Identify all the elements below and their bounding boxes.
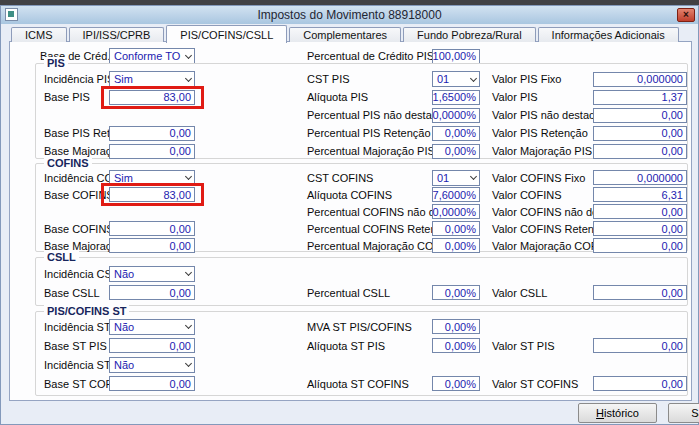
valor-pis-fixo-label: Valor PIS Fixo [492,73,593,85]
base-maj-pis-field[interactable]: 0,00 [109,144,195,159]
sair-button[interactable]: Sair [668,403,699,423]
valor-maj-pis-label: Valor Majoração PIS [492,145,593,157]
group-st-title: PIS/COFINS ST [44,305,129,317]
group-cofins-title: COFINS [44,157,92,169]
tab-ipi-iss-cprb[interactable]: IPI/ISS/CPRB [69,27,165,42]
cst-cofins-select[interactable]: 01 [432,170,480,186]
form-row: Incidência PIS Sim CST PIS 01 Valor PIS … [36,70,687,88]
aliquota-cofins-field[interactable]: 7,6000% [432,187,480,202]
perc-maj-cofins-field[interactable]: 0,00% [432,238,480,253]
base-cofins-field[interactable]: 83,00 [109,187,195,202]
incidencia-st-pis-label: Incidência ST PIS [44,321,109,333]
tab-complementares[interactable]: Complementares [289,27,401,42]
incidencia-csll-label: Incidência CSLL [44,268,109,280]
chevron-down-icon [185,74,192,81]
group-pis-cofins-st: PIS/COFINS ST Incidência ST PIS Não MVA … [35,311,688,396]
perc-pis-ret-field[interactable]: 0,00% [432,126,480,141]
valor-pis-fixo-field[interactable]: 0,000000 [593,72,687,87]
perc-maj-cofins-label: Percentual Majoração COFINS [307,240,432,252]
valor-cofins-fixo-label: Valor COFINS Fixo [492,172,593,184]
tab-pis-cofins-csll[interactable]: PIS/COFINS/CSLL [166,25,287,43]
group-cofins: COFINS Incidência COFINS Sim CST COFINS … [35,163,688,252]
perc-cred-field[interactable]: 100,00% [432,49,480,64]
valor-cofins-ret-field[interactable]: 0,00 [593,221,687,236]
base-cofins-ret-label: Base COFINS Retenção [44,223,109,235]
incidencia-csll-select[interactable]: Não [109,266,195,282]
valor-cofins-nd-label: Valor COFINS não destacado [492,206,593,218]
valor-cofins-fixo-field[interactable]: 0,000000 [593,170,687,185]
group-csll-title: CSLL [44,251,79,263]
aliquota-pis-label: Alíquota PIS [307,91,432,103]
cst-cofins-label: CST COFINS [307,172,432,184]
valor-maj-cofins-field[interactable]: 0,00 [593,238,687,253]
perc-cred-label: Percentual de Crédito PIS/COFINS [307,50,432,62]
base-maj-cofins-field[interactable]: 0,00 [109,238,195,253]
aliquota-st-cofins-label: Alíquota ST COFINS [307,378,432,390]
valor-pis-ret-label: Valor PIS Retenção [492,127,593,139]
valor-st-pis-field[interactable]: 0,00 [593,338,687,353]
form-row: Base PIS Retenção 0,00 Percentual PIS Re… [36,124,687,142]
valor-pis-ret-field[interactable]: 0,00 [593,126,687,141]
mva-st-field[interactable]: 0,00% [432,319,480,334]
base-cofins-ret-field[interactable]: 0,00 [109,221,195,236]
base-st-pis-field[interactable]: 0,00 [109,338,195,353]
base-pis-field[interactable]: 83,00 [109,90,195,105]
base-csll-field[interactable]: 0,00 [109,285,195,300]
tab-informacoes-adicionais[interactable]: Informações Adicionais [538,27,679,42]
valor-st-cofins-field[interactable]: 0,00 [593,376,687,391]
chevron-down-icon [185,51,192,58]
valor-cofins-label: Valor COFINS [492,189,593,201]
cst-pis-select[interactable]: 01 [432,71,480,87]
incidencia-pis-select[interactable]: Sim [109,71,195,87]
perc-maj-pis-label: Percentual Majoração PIS [307,145,432,157]
incidencia-st-pis-select[interactable]: Não [109,319,195,335]
perc-cofins-ret-field[interactable]: 0,00% [432,221,480,236]
valor-st-pis-label: Valor ST PIS [492,340,593,352]
base-st-cofins-field[interactable]: 0,00 [109,376,195,391]
incidencia-cofins-select[interactable]: Sim [109,170,195,186]
perc-pis-ret-label: Percentual PIS Retenção [307,127,432,139]
valor-cofins-ret-label: Valor COFINS Retenção [492,223,593,235]
tab-strip: ICMS IPI/ISS/CPRB PIS/COFINS/CSLL Comple… [11,25,681,42]
form-row: Percentual PIS não destacado 0,0000% Val… [36,106,687,124]
tab-fundo-pobreza-rural[interactable]: Fundo Pobreza/Rural [403,27,536,42]
aliquota-cofins-label: Alíquota COFINS [307,189,432,201]
incidencia-st-cofins-select[interactable]: Não [109,357,195,373]
valor-pis-nd-field[interactable]: 0,00 [593,108,687,123]
chevron-down-icon [185,360,192,367]
perc-cofins-ret-label: Percentual COFINS Retenção [307,223,432,235]
group-pis-title: PIS [44,57,68,69]
base-csll-label: Base CSLL [44,287,109,299]
chevron-down-icon [470,74,477,81]
base-cofins-label: Base COFINS [44,189,109,201]
incidencia-cofins-label: Incidência COFINS [44,172,109,184]
form-row: Percentual COFINS não destacado 0,0000% … [36,203,687,220]
valor-csll-field[interactable]: 0,00 [593,285,687,300]
group-csll: CSLL Incidência CSLL Não Base CSLL 0,00 … [35,257,688,306]
aliquota-st-cofins-field[interactable]: 0,00% [432,376,480,391]
title-bar: Impostos do Movimento 88918000 × [1,6,698,24]
percentual-csll-field[interactable]: 0,00% [432,285,480,300]
form-row: Incidência ST PIS Não MVA ST PIS/COFINS … [36,317,687,336]
close-icon[interactable]: × [677,8,695,22]
valor-cofins-field[interactable]: 6,31 [593,187,687,202]
perc-maj-pis-field[interactable]: 0,00% [432,144,480,159]
valor-pis-field[interactable]: 1,37 [593,90,687,105]
base-pis-ret-field[interactable]: 0,00 [109,126,195,141]
valor-cofins-nd-field[interactable]: 0,00 [593,204,687,219]
mva-st-label: MVA ST PIS/COFINS [307,321,432,333]
tab-icms[interactable]: ICMS [11,27,67,42]
form-row: Base COFINS 83,00 Alíquota COFINS 7,6000… [36,186,687,203]
perc-cofins-nd-field[interactable]: 0,0000% [432,204,480,219]
aliquota-st-pis-field[interactable]: 0,00% [432,338,480,353]
cst-pis-label: CST PIS [307,73,432,85]
historico-button[interactable]: Histórico [578,403,657,423]
incidencia-st-cofins-label: Incidência ST COFINS [44,359,109,371]
perc-cofins-nd-label: Percentual COFINS não destacado [307,206,432,218]
valor-maj-pis-field[interactable]: 0,00 [593,144,687,159]
form-row: Base Majoração COFINS 0,00 Percentual Ma… [36,237,687,254]
base-cred-select[interactable]: Conforme TO [109,48,195,64]
form-row: Incidência CSLL Não [36,264,687,283]
perc-pis-nd-field[interactable]: 0,0000% [432,108,480,123]
aliquota-pis-field[interactable]: 1,6500% [432,90,480,105]
